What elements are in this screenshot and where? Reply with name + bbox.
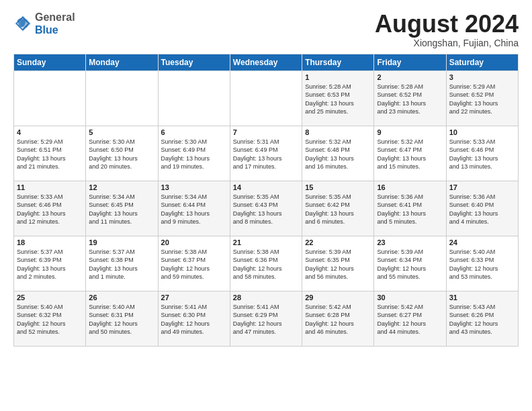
logo-general-text: General	[35, 11, 75, 23]
day-number: 2	[377, 73, 443, 81]
header-wednesday: Wednesday	[230, 54, 302, 71]
day-info: Sunrise: 5:32 AMSunset: 6:48 PMDaylight:…	[305, 138, 371, 171]
header: General Blue August 2024 Xiongshan, Fuji…	[13, 11, 519, 48]
day-info: Sunrise: 5:40 AMSunset: 6:33 PMDaylight:…	[449, 248, 515, 281]
day-number: 19	[89, 238, 154, 246]
day-info: Sunrise: 5:42 AMSunset: 6:28 PMDaylight:…	[305, 303, 371, 336]
calendar-cell: 8Sunrise: 5:32 AMSunset: 6:48 PMDaylight…	[302, 126, 374, 181]
day-number: 23	[377, 238, 443, 246]
day-info: Sunrise: 5:33 AMSunset: 6:46 PMDaylight:…	[449, 138, 515, 171]
location-subtitle: Xiongshan, Fujian, China	[375, 38, 519, 48]
day-number: 21	[233, 238, 299, 246]
day-number: 30	[377, 293, 443, 302]
day-info: Sunrise: 5:34 AMSunset: 6:45 PMDaylight:…	[89, 193, 154, 226]
logo-blue-text: Blue	[35, 24, 58, 36]
calendar-cell: 2Sunrise: 5:28 AMSunset: 6:52 PMDaylight…	[374, 71, 446, 126]
week-row-4: 18Sunrise: 5:37 AMSunset: 6:39 PMDayligh…	[14, 236, 519, 291]
day-info: Sunrise: 5:29 AMSunset: 6:51 PMDaylight:…	[17, 138, 83, 171]
day-info: Sunrise: 5:34 AMSunset: 6:44 PMDaylight:…	[161, 193, 227, 226]
day-number: 7	[233, 128, 299, 136]
header-saturday: Saturday	[446, 54, 518, 71]
day-number: 17	[449, 183, 515, 191]
page: General Blue August 2024 Xiongshan, Fuji…	[0, 0, 532, 411]
logo: General Blue	[13, 11, 75, 36]
day-info: Sunrise: 5:38 AMSunset: 6:37 PMDaylight:…	[161, 248, 227, 281]
day-number: 22	[305, 238, 371, 246]
header-monday: Monday	[86, 54, 158, 71]
day-number: 5	[89, 128, 154, 136]
calendar-cell: 1Sunrise: 5:28 AMSunset: 6:53 PMDaylight…	[302, 71, 374, 126]
calendar-cell: 15Sunrise: 5:35 AMSunset: 6:42 PMDayligh…	[302, 181, 374, 236]
day-info: Sunrise: 5:28 AMSunset: 6:53 PMDaylight:…	[305, 83, 371, 116]
day-info: Sunrise: 5:39 AMSunset: 6:35 PMDaylight:…	[305, 248, 371, 281]
calendar-cell: 25Sunrise: 5:40 AMSunset: 6:32 PMDayligh…	[14, 291, 86, 346]
week-row-1: 1Sunrise: 5:28 AMSunset: 6:53 PMDaylight…	[14, 71, 519, 126]
day-info: Sunrise: 5:41 AMSunset: 6:29 PMDaylight:…	[233, 303, 299, 336]
logo-text: General Blue	[35, 11, 75, 36]
day-number: 31	[449, 293, 515, 302]
day-number: 16	[377, 183, 443, 191]
day-number: 12	[89, 183, 154, 191]
calendar-table: Sunday Monday Tuesday Wednesday Thursday…	[13, 54, 519, 347]
header-friday: Friday	[374, 54, 446, 71]
day-number: 20	[161, 238, 227, 246]
day-number: 1	[305, 73, 371, 81]
week-row-5: 25Sunrise: 5:40 AMSunset: 6:32 PMDayligh…	[14, 291, 519, 346]
day-info: Sunrise: 5:41 AMSunset: 6:30 PMDaylight:…	[161, 303, 227, 336]
day-number: 18	[17, 238, 83, 246]
title-block: August 2024 Xiongshan, Fujian, China	[375, 11, 519, 48]
day-number: 3	[449, 73, 515, 81]
day-info: Sunrise: 5:40 AMSunset: 6:32 PMDaylight:…	[17, 303, 83, 336]
calendar-cell: 7Sunrise: 5:31 AMSunset: 6:49 PMDaylight…	[230, 126, 302, 181]
day-number: 25	[17, 293, 83, 302]
calendar-cell: 23Sunrise: 5:39 AMSunset: 6:34 PMDayligh…	[374, 236, 446, 291]
day-number: 28	[233, 293, 299, 302]
calendar-cell: 12Sunrise: 5:34 AMSunset: 6:45 PMDayligh…	[86, 181, 158, 236]
day-info: Sunrise: 5:31 AMSunset: 6:49 PMDaylight:…	[233, 138, 299, 171]
calendar-cell	[14, 71, 86, 126]
day-info: Sunrise: 5:32 AMSunset: 6:47 PMDaylight:…	[377, 138, 443, 171]
day-info: Sunrise: 5:28 AMSunset: 6:52 PMDaylight:…	[377, 83, 443, 116]
header-thursday: Thursday	[302, 54, 374, 71]
week-row-2: 4Sunrise: 5:29 AMSunset: 6:51 PMDaylight…	[14, 126, 519, 181]
day-number: 15	[305, 183, 371, 191]
day-info: Sunrise: 5:36 AMSunset: 6:41 PMDaylight:…	[377, 193, 443, 226]
day-info: Sunrise: 5:30 AMSunset: 6:50 PMDaylight:…	[89, 138, 154, 171]
day-number: 26	[89, 293, 154, 302]
day-info: Sunrise: 5:35 AMSunset: 6:42 PMDaylight:…	[305, 193, 371, 226]
calendar-cell: 31Sunrise: 5:43 AMSunset: 6:26 PMDayligh…	[446, 291, 518, 346]
month-title: August 2024	[375, 11, 519, 38]
calendar-cell	[86, 71, 158, 126]
day-number: 14	[233, 183, 299, 191]
day-number: 24	[449, 238, 515, 246]
header-tuesday: Tuesday	[158, 54, 230, 71]
calendar-cell: 4Sunrise: 5:29 AMSunset: 6:51 PMDaylight…	[14, 126, 86, 181]
calendar-cell: 17Sunrise: 5:36 AMSunset: 6:40 PMDayligh…	[446, 181, 518, 236]
day-info: Sunrise: 5:37 AMSunset: 6:38 PMDaylight:…	[89, 248, 154, 281]
week-row-3: 11Sunrise: 5:33 AMSunset: 6:46 PMDayligh…	[14, 181, 519, 236]
calendar-cell: 27Sunrise: 5:41 AMSunset: 6:30 PMDayligh…	[158, 291, 230, 346]
calendar-cell: 18Sunrise: 5:37 AMSunset: 6:39 PMDayligh…	[14, 236, 86, 291]
calendar-cell	[158, 71, 230, 126]
calendar-cell: 13Sunrise: 5:34 AMSunset: 6:44 PMDayligh…	[158, 181, 230, 236]
day-info: Sunrise: 5:33 AMSunset: 6:46 PMDaylight:…	[17, 193, 83, 226]
day-info: Sunrise: 5:30 AMSunset: 6:49 PMDaylight:…	[161, 138, 227, 171]
day-info: Sunrise: 5:40 AMSunset: 6:31 PMDaylight:…	[89, 303, 154, 336]
calendar-cell: 21Sunrise: 5:38 AMSunset: 6:36 PMDayligh…	[230, 236, 302, 291]
day-info: Sunrise: 5:37 AMSunset: 6:39 PMDaylight:…	[17, 248, 83, 281]
weekday-header-row: Sunday Monday Tuesday Wednesday Thursday…	[14, 54, 519, 71]
calendar-cell: 10Sunrise: 5:33 AMSunset: 6:46 PMDayligh…	[446, 126, 518, 181]
calendar-cell: 14Sunrise: 5:35 AMSunset: 6:43 PMDayligh…	[230, 181, 302, 236]
day-number: 29	[305, 293, 371, 302]
logo-icon	[13, 14, 32, 33]
calendar-cell: 3Sunrise: 5:29 AMSunset: 6:52 PMDaylight…	[446, 71, 518, 126]
day-info: Sunrise: 5:35 AMSunset: 6:43 PMDaylight:…	[233, 193, 299, 226]
header-sunday: Sunday	[14, 54, 86, 71]
day-number: 13	[161, 183, 227, 191]
calendar-cell: 5Sunrise: 5:30 AMSunset: 6:50 PMDaylight…	[86, 126, 158, 181]
calendar-cell: 20Sunrise: 5:38 AMSunset: 6:37 PMDayligh…	[158, 236, 230, 291]
day-number: 9	[377, 128, 443, 136]
day-number: 6	[161, 128, 227, 136]
calendar-cell: 6Sunrise: 5:30 AMSunset: 6:49 PMDaylight…	[158, 126, 230, 181]
calendar-cell: 16Sunrise: 5:36 AMSunset: 6:41 PMDayligh…	[374, 181, 446, 236]
